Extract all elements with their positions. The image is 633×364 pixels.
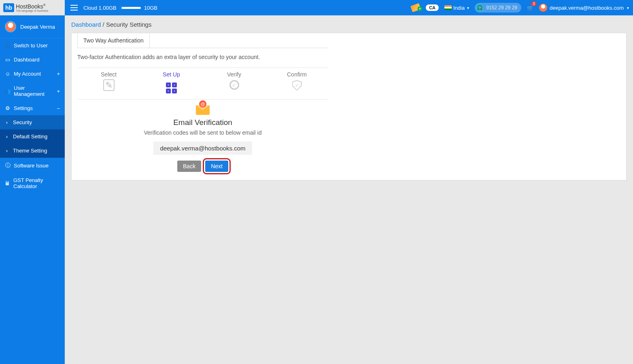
tab-two-way-auth[interactable]: Two Way Authentication [77, 33, 150, 48]
verification-subtitle: Verification codes will be sent to below… [77, 129, 328, 136]
storage-progress-bar [120, 7, 141, 9]
cart-icon[interactable]: 🛒 0 [527, 5, 533, 11]
account-icon: ☺ [5, 71, 11, 77]
chevron-right-icon: › [4, 119, 10, 125]
headset-icon: 🎧 [476, 4, 484, 12]
cloud-used-label: Cloud 1.00GB [83, 5, 117, 11]
step-select: Select ✎ [77, 71, 140, 93]
step-verify: Verify ✓ [203, 71, 266, 93]
sidebar-item-label: Dashboard [14, 57, 40, 63]
sidebar-item-default-setting[interactable]: › Default Setting [0, 129, 65, 144]
sidebar-item-label: Switch to User [14, 42, 48, 49]
menu-toggle-icon[interactable] [70, 5, 78, 11]
support-phone[interactable]: 🎧 9152 29 29 29 [475, 3, 521, 13]
ca-badge[interactable]: CA [426, 4, 439, 11]
sidebar-item-theme-setting[interactable]: › Theme Setting [0, 144, 65, 158]
wizard-steps: Select ✎ Set Up •••• Verify ✓ Confirm [77, 68, 328, 99]
user-email-label: deepak.verma@hostbooks.com [550, 5, 624, 11]
expand-icon: + [57, 88, 60, 94]
step-confirm: Confirm [266, 71, 328, 93]
sidebar-item-label: GST Penalty Calculator [13, 177, 60, 189]
cloud-total-label: 10GB [144, 5, 157, 11]
chevron-down-icon: ▾ [627, 6, 629, 10]
sidebar-item-user-management[interactable]: 👥 User Management + [0, 81, 65, 101]
back-button[interactable]: Back [177, 161, 201, 172]
next-button[interactable]: Next [205, 161, 228, 172]
sidebar-item-label: User Management [14, 85, 53, 97]
sidebar-item-switch-user[interactable]: 👤 Switch to User [0, 38, 65, 53]
sidebar-item-label: Software Issue [14, 163, 49, 169]
step-label: Confirm [266, 71, 328, 78]
expand-icon: + [57, 71, 60, 77]
breadcrumb-root-link[interactable]: Dashboard [71, 21, 101, 28]
sidebar: Deepak Verma 👤 Switch to User ▭ Dashboar… [0, 15, 65, 364]
sidebar-item-security[interactable]: › Security [0, 115, 65, 129]
security-panel: Two Way Authentication Two-factor Authen… [71, 33, 627, 180]
check-circle-icon: ✓ [229, 80, 239, 90]
step-label: Select [77, 71, 140, 78]
sidebar-settings-submenu: › Security › Default Setting › Theme Set… [0, 115, 65, 158]
flag-icon [444, 5, 452, 10]
verification-email: deepak.verma@hostbooks.com [153, 142, 252, 155]
dashboard-icon: ▭ [5, 57, 11, 63]
logo-tagline: The language of business [16, 9, 48, 12]
calculator-icon: 🖩 [5, 180, 10, 186]
mail-icon: @ [196, 105, 210, 115]
collapse-icon: – [57, 105, 60, 111]
ticket-icon[interactable] [410, 3, 421, 13]
sidebar-item-label: Security [13, 119, 32, 125]
info-icon: ⓘ [5, 162, 11, 169]
logo[interactable]: hb HostBooks® The language of business [0, 0, 65, 15]
support-phone-label: 9152 29 29 29 [486, 5, 517, 11]
sidebar-item-settings[interactable]: ⚙ Settings – [0, 101, 65, 115]
edit-icon: ✎ [103, 79, 115, 91]
sidebar-item-dashboard[interactable]: ▭ Dashboard [0, 53, 65, 67]
avatar-icon [5, 21, 16, 32]
logo-text: HostBooks® The language of business [16, 4, 48, 12]
sidebar-item-label: Settings [14, 105, 33, 111]
verification-title: Email Verification [77, 118, 328, 127]
shield-icon [292, 80, 302, 91]
chevron-down-icon: ▾ [467, 6, 469, 10]
breadcrumb-current: Security Settings [106, 21, 152, 28]
sidebar-item-label: My Account [14, 71, 41, 77]
cart-badge: 0 [531, 2, 537, 6]
main-content: Dashboard / Security Settings Two Way Au… [65, 15, 633, 364]
step-setup: Set Up •••• [140, 71, 203, 93]
country-selector[interactable]: India ▾ [444, 5, 469, 11]
breadcrumb: Dashboard / Security Settings [71, 21, 627, 28]
top-bar: hb HostBooks® The language of business C… [0, 0, 633, 15]
sidebar-item-my-account[interactable]: ☺ My Account + [0, 67, 65, 81]
sidebar-profile[interactable]: Deepak Verma [0, 15, 65, 38]
step-label: Set Up [140, 71, 203, 78]
user-menu[interactable]: deepak.verma@hostbooks.com ▾ [539, 4, 629, 12]
email-verification-block: @ Email Verification Verification codes … [77, 105, 328, 172]
logo-badge: hb [3, 3, 14, 12]
profile-name: Deepak Verma [20, 24, 55, 30]
breadcrumb-sep: / [101, 21, 106, 28]
sidebar-item-software-issue[interactable]: ⓘ Software Issue [0, 158, 65, 173]
user-icon: 👤 [5, 42, 11, 49]
avatar-icon [539, 4, 547, 12]
country-label: India [453, 5, 465, 11]
gear-icon: ⚙ [5, 105, 11, 111]
chevron-right-icon: › [4, 148, 10, 154]
grid-icon: •••• [166, 83, 177, 93]
panel-description: Two-factor Authentication adds an extra … [77, 54, 328, 60]
chevron-right-icon: › [4, 133, 10, 140]
users-icon: 👥 [5, 88, 11, 94]
sidebar-item-label: Default Setting [13, 133, 47, 140]
logo-main: HostBooks [16, 3, 43, 10]
sidebar-item-gst-calculator[interactable]: 🖩 GST Penalty Calculator [0, 173, 65, 193]
sidebar-item-label: Theme Setting [13, 148, 47, 154]
step-label: Verify [203, 71, 266, 78]
